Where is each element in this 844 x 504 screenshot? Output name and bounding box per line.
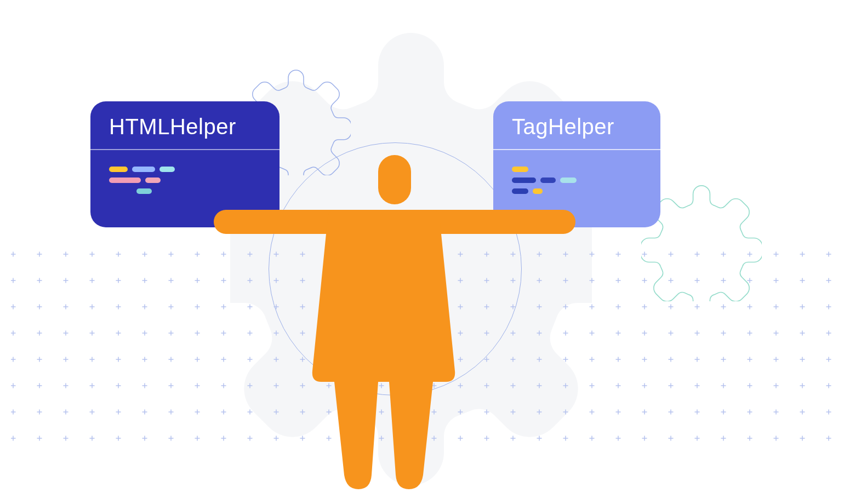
card-title: TagHelper (493, 101, 660, 150)
svg-rect-1 (378, 155, 411, 204)
tag-helper-card: TagHelper (493, 101, 660, 227)
diagram-stage: HTMLHelper TagHelper (0, 0, 844, 504)
card-code-preview (493, 150, 660, 221)
plus-dots-pattern (0, 241, 844, 460)
circle-outline-icon (269, 142, 522, 396)
card-code-preview (90, 150, 280, 221)
svg-rect-0 (11, 241, 833, 460)
card-title: HTMLHelper (90, 101, 280, 150)
html-helper-card: HTMLHelper (90, 101, 280, 227)
